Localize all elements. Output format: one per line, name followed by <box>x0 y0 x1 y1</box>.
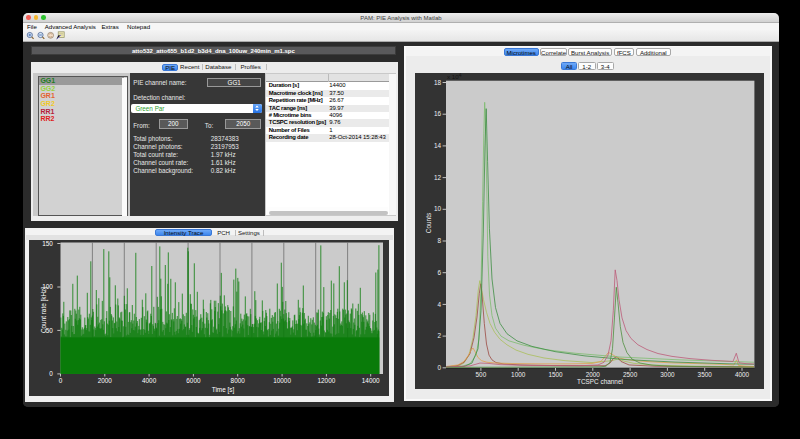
svg-text:3500: 3500 <box>698 371 713 378</box>
svg-text:18: 18 <box>434 79 442 86</box>
svg-text:6: 6 <box>437 269 441 276</box>
svg-text:10: 10 <box>434 205 442 212</box>
svg-text:500: 500 <box>476 371 487 378</box>
svg-text:4: 4 <box>437 301 441 308</box>
svg-text:8: 8 <box>437 237 441 244</box>
svg-text:2: 2 <box>437 332 441 339</box>
svg-text:16: 16 <box>434 110 442 117</box>
svg-text:x 104: x 104 <box>447 72 462 80</box>
svg-text:14: 14 <box>434 142 442 149</box>
svg-text:2500: 2500 <box>623 371 638 378</box>
svg-text:12: 12 <box>434 174 442 181</box>
svg-text:1000: 1000 <box>511 371 526 378</box>
svg-text:4000: 4000 <box>735 371 750 378</box>
svg-text:1500: 1500 <box>548 371 563 378</box>
svg-text:Counts: Counts <box>425 213 432 233</box>
svg-text:0: 0 <box>437 364 441 371</box>
svg-text:2000: 2000 <box>586 371 601 378</box>
svg-text:3000: 3000 <box>660 371 675 378</box>
svg-text:TCSPC channel: TCSPC channel <box>577 378 623 385</box>
